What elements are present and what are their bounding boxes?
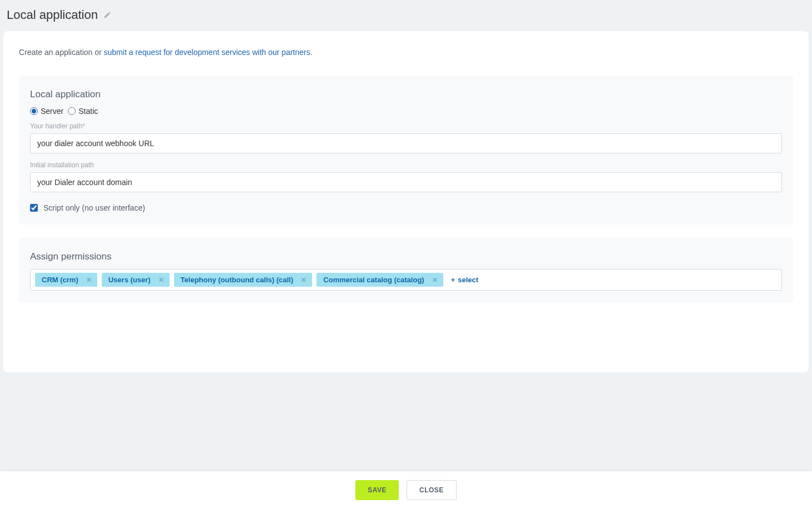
local-application-title: Local application <box>30 89 782 100</box>
intro-prefix: Create an application or <box>19 48 104 57</box>
radio-server-label[interactable]: Server <box>41 107 63 116</box>
close-icon[interactable]: ✕ <box>299 277 309 283</box>
local-application-section: Local application Server Static Your han… <box>19 76 793 224</box>
radio-static[interactable]: Static <box>68 107 98 116</box>
handler-path-field: Your handler path* <box>30 122 782 153</box>
script-only-row[interactable]: Script only (no user interface) <box>30 203 782 212</box>
permission-tag-label: Commercial catalog (catalog) <box>323 276 424 284</box>
close-button[interactable]: CLOSE <box>407 480 457 500</box>
close-icon[interactable]: ✕ <box>430 277 440 283</box>
pencil-icon[interactable] <box>103 11 111 19</box>
script-only-label[interactable]: Script only (no user interface) <box>43 203 145 212</box>
close-icon[interactable]: ✕ <box>84 277 94 283</box>
install-path-label: Initial installation path <box>30 161 782 169</box>
permissions-title: Assign permissions <box>30 251 782 262</box>
main-card: Create an application or submit a reques… <box>3 31 809 372</box>
close-icon[interactable]: ✕ <box>156 277 166 283</box>
handler-path-input[interactable] <box>30 133 782 153</box>
permissions-box[interactable]: CRM (crm) ✕ Users (user) ✕ Telephony (ou… <box>30 269 782 291</box>
intro-suffix: . <box>310 48 313 57</box>
permission-tag-crm: CRM (crm) ✕ <box>35 273 97 287</box>
radio-server-input[interactable] <box>30 107 38 115</box>
permission-tag-catalog: Commercial catalog (catalog) ✕ <box>316 273 443 287</box>
handler-path-label: Your handler path* <box>30 122 782 130</box>
radio-static-input[interactable] <box>68 107 76 115</box>
install-path-input[interactable] <box>30 172 782 192</box>
save-button[interactable]: SAVE <box>355 480 399 500</box>
permission-tag-telephony: Telephony (outbound calls) (call) ✕ <box>174 273 313 287</box>
permissions-section: Assign permissions CRM (crm) ✕ Users (us… <box>19 238 793 303</box>
permission-tag-label: Users (user) <box>108 276 151 284</box>
permission-tag-label: CRM (crm) <box>42 276 78 284</box>
partners-link[interactable]: submit a request for development service… <box>104 48 310 57</box>
footer-bar: SAVE CLOSE <box>0 471 812 509</box>
add-permission-button[interactable]: + select <box>448 273 482 286</box>
add-permission-label: select <box>458 276 478 284</box>
page-title: Local application <box>7 8 98 22</box>
script-only-checkbox[interactable] <box>30 204 38 212</box>
radio-server[interactable]: Server <box>30 107 63 116</box>
install-path-field: Initial installation path <box>30 161 782 192</box>
page-header: Local application <box>0 0 812 31</box>
radio-static-label[interactable]: Static <box>78 107 98 116</box>
plus-icon: + <box>451 276 455 284</box>
permission-tag-label: Telephony (outbound calls) (call) <box>181 276 294 284</box>
app-type-radio-group: Server Static <box>30 107 782 116</box>
permission-tag-users: Users (user) ✕ <box>102 273 170 287</box>
intro-text: Create an application or submit a reques… <box>19 48 793 57</box>
